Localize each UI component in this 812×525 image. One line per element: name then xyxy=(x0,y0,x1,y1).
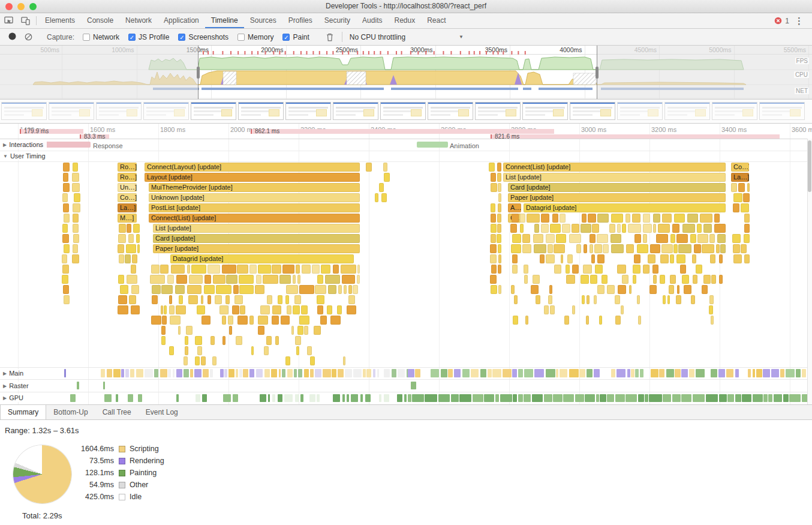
flame-event[interactable] xyxy=(554,244,565,253)
flame-event[interactable] xyxy=(498,285,501,294)
flame-event[interactable] xyxy=(129,295,136,304)
flame-event[interactable] xyxy=(239,285,254,294)
flame-event[interactable] xyxy=(591,254,595,263)
flame-event[interactable] xyxy=(222,336,225,345)
flame-event[interactable] xyxy=(375,193,379,202)
flame-event[interactable] xyxy=(491,265,497,274)
flame-event[interactable] xyxy=(673,244,677,253)
gpu-trace-event[interactable] xyxy=(412,394,423,402)
gpu-trace-event[interactable] xyxy=(484,394,494,402)
scrollbar-thumb[interactable] xyxy=(808,140,811,192)
flame-event[interactable] xyxy=(561,254,564,263)
main-trace-event[interactable] xyxy=(136,369,144,377)
flame-event[interactable] xyxy=(566,265,570,274)
main-trace-event[interactable] xyxy=(796,369,801,377)
track-header-main[interactable]: ▶Main xyxy=(1,369,27,377)
flame-event[interactable] xyxy=(697,224,702,233)
main-trace-event[interactable] xyxy=(579,369,585,377)
gpu-trace-event[interactable] xyxy=(774,394,783,402)
main-trace-event[interactable] xyxy=(640,369,643,377)
tab-security[interactable]: Security xyxy=(318,13,356,28)
gpu-trace-event[interactable] xyxy=(783,394,789,402)
main-trace-event[interactable] xyxy=(503,369,512,377)
main-trace-event[interactable] xyxy=(121,369,124,377)
main-trace-event[interactable] xyxy=(220,369,223,377)
flame-event[interactable] xyxy=(581,275,589,284)
screenshot-thumbnail[interactable] xyxy=(759,102,805,120)
flame-event[interactable] xyxy=(237,316,248,325)
flame-event[interactable] xyxy=(202,316,210,325)
gpu-trace-event[interactable] xyxy=(607,394,614,402)
track-header-raster[interactable]: ▶Raster xyxy=(1,382,32,390)
flame-event[interactable] xyxy=(189,275,203,284)
gpu-trace-event[interactable] xyxy=(272,394,275,402)
main-trace-event[interactable] xyxy=(125,369,129,377)
flame-event[interactable] xyxy=(491,285,497,294)
flame-bar[interactable]: La…] xyxy=(118,203,137,212)
gpu-trace-event[interactable] xyxy=(379,394,381,402)
inspect-element-icon[interactable] xyxy=(0,13,17,28)
flame-event[interactable] xyxy=(327,305,332,314)
flame-event[interactable] xyxy=(210,336,215,345)
flame-event[interactable] xyxy=(717,234,726,243)
flame-event[interactable] xyxy=(184,356,188,365)
flame-event[interactable] xyxy=(541,224,549,233)
flame-event[interactable] xyxy=(282,265,295,274)
gpu-trace-event[interactable] xyxy=(397,394,402,402)
flame-event[interactable] xyxy=(590,244,593,253)
flame-event[interactable] xyxy=(583,265,592,274)
flame-bar[interactable]: Co…] xyxy=(118,193,137,202)
flame-event[interactable] xyxy=(215,295,222,304)
main-trace-event[interactable] xyxy=(363,369,366,377)
flame-event[interactable] xyxy=(152,295,158,304)
flame-event[interactable] xyxy=(119,224,126,233)
gpu-trace-event[interactable] xyxy=(408,394,411,402)
flame-event[interactable] xyxy=(63,163,70,172)
flame-event[interactable] xyxy=(341,265,356,274)
flame-event[interactable] xyxy=(702,285,708,294)
main-trace-event[interactable] xyxy=(332,369,336,377)
flame-event[interactable] xyxy=(490,254,497,263)
flame-event[interactable] xyxy=(710,254,715,263)
gpu-trace-event[interactable] xyxy=(735,394,741,402)
flame-event[interactable] xyxy=(167,275,174,284)
flame-event[interactable] xyxy=(491,183,497,192)
main-trace-event[interactable] xyxy=(518,369,522,377)
main-trace-event[interactable] xyxy=(512,369,517,377)
flame-event[interactable] xyxy=(524,265,528,274)
flame-event[interactable] xyxy=(207,295,211,304)
screenshot-thumbnail[interactable] xyxy=(96,102,142,120)
flame-event[interactable] xyxy=(62,193,68,202)
flame-event[interactable] xyxy=(670,234,675,243)
flame-event[interactable] xyxy=(741,244,747,253)
flame-bar[interactable]: List [update] xyxy=(503,173,726,182)
flame-event[interactable] xyxy=(637,244,648,253)
flame-event[interactable] xyxy=(540,254,545,263)
flame-event[interactable] xyxy=(676,234,688,243)
flame-event[interactable] xyxy=(638,316,640,325)
flame-event[interactable] xyxy=(498,203,501,212)
flame-event[interactable] xyxy=(611,244,624,253)
main-trace-event[interactable] xyxy=(587,369,593,377)
gpu-trace-event[interactable] xyxy=(438,394,450,402)
main-trace-event[interactable] xyxy=(534,369,544,377)
flame-event[interactable] xyxy=(643,214,650,223)
main-trace-event[interactable] xyxy=(310,369,314,377)
flame-event[interactable] xyxy=(629,285,631,294)
flame-event[interactable] xyxy=(733,193,742,202)
flame-event[interactable] xyxy=(569,234,582,243)
flame-event[interactable] xyxy=(216,285,231,294)
gpu-trace-event[interactable] xyxy=(719,394,727,402)
flame-bar[interactable]: Ro…] xyxy=(118,163,137,172)
flame-bar[interactable]: Connect(List) [update] xyxy=(503,163,726,172)
flame-event[interactable] xyxy=(533,275,540,284)
flame-event[interactable] xyxy=(226,275,237,284)
flame-event[interactable] xyxy=(744,214,750,223)
flame-event[interactable] xyxy=(497,214,501,223)
flame-event[interactable] xyxy=(73,234,79,243)
main-trace-event[interactable] xyxy=(488,369,492,377)
flame-event[interactable] xyxy=(325,275,340,284)
flame-event[interactable] xyxy=(239,275,254,284)
tab-console[interactable]: Console xyxy=(81,13,119,28)
flame-event[interactable] xyxy=(131,305,140,314)
